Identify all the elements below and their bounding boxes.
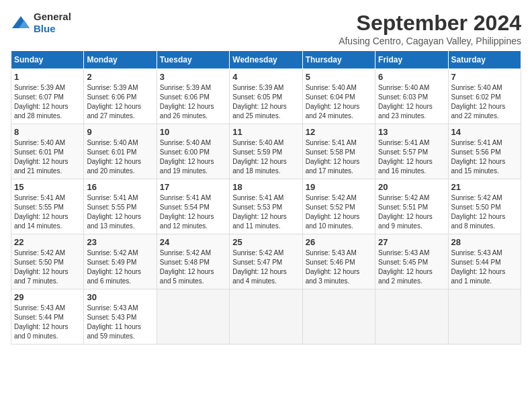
day-number: 16 (87, 182, 153, 192)
calendar-cell: 5Sunrise: 5:40 AM Sunset: 6:04 PM Daylig… (302, 69, 375, 124)
day-number: 6 (378, 72, 445, 82)
day-number: 30 (87, 292, 153, 302)
day-number: 14 (451, 127, 518, 137)
calendar-cell (448, 289, 521, 345)
day-detail: Sunrise: 5:40 AM Sunset: 5:59 PM Dayligh… (232, 138, 299, 176)
calendar-cell: 30Sunrise: 5:43 AM Sunset: 5:43 PM Dayli… (84, 289, 157, 345)
day-number: 23 (87, 237, 153, 247)
calendar-cell: 6Sunrise: 5:40 AM Sunset: 6:03 PM Daylig… (375, 69, 448, 124)
col-thursday: Thursday (302, 51, 375, 69)
day-number: 18 (232, 182, 299, 192)
day-detail: Sunrise: 5:42 AM Sunset: 5:52 PM Dayligh… (306, 193, 372, 231)
location-subtitle: Afusing Centro, Cagayan Valley, Philippi… (339, 36, 521, 46)
calendar-header: Sunday Monday Tuesday Wednesday Thursday… (11, 51, 521, 69)
calendar-cell: 25Sunrise: 5:42 AM Sunset: 5:47 PM Dayli… (230, 234, 302, 289)
calendar-cell: 14Sunrise: 5:41 AM Sunset: 5:56 PM Dayli… (448, 124, 521, 179)
calendar-cell: 12Sunrise: 5:41 AM Sunset: 5:58 PM Dayli… (302, 124, 375, 179)
calendar-cell: 19Sunrise: 5:42 AM Sunset: 5:52 PM Dayli… (302, 179, 375, 234)
day-number: 21 (451, 182, 518, 192)
day-number: 12 (306, 127, 372, 137)
day-detail: Sunrise: 5:42 AM Sunset: 5:51 PM Dayligh… (378, 193, 445, 231)
day-detail: Sunrise: 5:40 AM Sunset: 6:00 PM Dayligh… (160, 138, 226, 176)
calendar-week-4: 22Sunrise: 5:42 AM Sunset: 5:50 PM Dayli… (11, 234, 521, 289)
day-number: 4 (232, 72, 299, 82)
calendar-week-2: 8Sunrise: 5:40 AM Sunset: 6:01 PM Daylig… (11, 124, 521, 179)
calendar-cell: 7Sunrise: 5:40 AM Sunset: 6:02 PM Daylig… (448, 69, 521, 124)
day-number: 2 (87, 72, 153, 82)
day-detail: Sunrise: 5:43 AM Sunset: 5:43 PM Dayligh… (87, 304, 153, 341)
calendar-cell: 1Sunrise: 5:39 AM Sunset: 6:07 PM Daylig… (11, 69, 84, 124)
calendar-week-5: 29Sunrise: 5:43 AM Sunset: 5:44 PM Dayli… (11, 289, 521, 345)
day-detail: Sunrise: 5:41 AM Sunset: 5:58 PM Dayligh… (306, 138, 372, 176)
day-detail: Sunrise: 5:42 AM Sunset: 5:50 PM Dayligh… (451, 193, 518, 231)
calendar-cell: 29Sunrise: 5:43 AM Sunset: 5:44 PM Dayli… (11, 289, 84, 345)
header-row: Sunday Monday Tuesday Wednesday Thursday… (11, 51, 521, 69)
calendar-cell: 3Sunrise: 5:39 AM Sunset: 6:06 PM Daylig… (157, 69, 229, 124)
calendar-cell: 2Sunrise: 5:39 AM Sunset: 6:06 PM Daylig… (84, 69, 157, 124)
calendar-cell: 22Sunrise: 5:42 AM Sunset: 5:50 PM Dayli… (11, 234, 84, 289)
day-detail: Sunrise: 5:39 AM Sunset: 6:07 PM Dayligh… (14, 83, 81, 121)
calendar-cell (157, 289, 229, 345)
calendar-cell: 10Sunrise: 5:40 AM Sunset: 6:00 PM Dayli… (157, 124, 229, 179)
calendar-cell: 17Sunrise: 5:41 AM Sunset: 5:54 PM Dayli… (157, 179, 229, 234)
day-detail: Sunrise: 5:43 AM Sunset: 5:45 PM Dayligh… (378, 248, 445, 286)
month-title: September 2024 (339, 11, 521, 36)
day-detail: Sunrise: 5:43 AM Sunset: 5:44 PM Dayligh… (451, 248, 518, 286)
calendar-cell: 16Sunrise: 5:41 AM Sunset: 5:55 PM Dayli… (84, 179, 157, 234)
day-detail: Sunrise: 5:40 AM Sunset: 6:03 PM Dayligh… (378, 83, 445, 121)
day-detail: Sunrise: 5:41 AM Sunset: 5:55 PM Dayligh… (14, 193, 81, 231)
day-detail: Sunrise: 5:39 AM Sunset: 6:06 PM Dayligh… (160, 83, 226, 121)
header: General Blue September 2024 Afusing Cent… (11, 11, 521, 46)
day-detail: Sunrise: 5:42 AM Sunset: 5:47 PM Dayligh… (232, 248, 299, 286)
calendar-cell: 27Sunrise: 5:43 AM Sunset: 5:45 PM Dayli… (375, 234, 448, 289)
calendar-cell (302, 289, 375, 345)
day-detail: Sunrise: 5:40 AM Sunset: 6:02 PM Dayligh… (451, 83, 518, 121)
day-number: 1 (14, 72, 81, 82)
day-detail: Sunrise: 5:41 AM Sunset: 5:54 PM Dayligh… (160, 193, 226, 231)
day-number: 24 (160, 237, 226, 247)
calendar-cell (375, 289, 448, 345)
day-detail: Sunrise: 5:40 AM Sunset: 6:04 PM Dayligh… (306, 83, 372, 121)
calendar-cell: 26Sunrise: 5:43 AM Sunset: 5:46 PM Dayli… (302, 234, 375, 289)
calendar-cell: 21Sunrise: 5:42 AM Sunset: 5:50 PM Dayli… (448, 179, 521, 234)
day-detail: Sunrise: 5:43 AM Sunset: 5:44 PM Dayligh… (14, 304, 81, 341)
calendar-week-3: 15Sunrise: 5:41 AM Sunset: 5:55 PM Dayli… (11, 179, 521, 234)
col-tuesday: Tuesday (157, 51, 229, 69)
day-number: 19 (306, 182, 372, 192)
day-detail: Sunrise: 5:41 AM Sunset: 5:53 PM Dayligh… (232, 193, 299, 231)
calendar-cell: 20Sunrise: 5:42 AM Sunset: 5:51 PM Dayli… (375, 179, 448, 234)
day-number: 20 (378, 182, 445, 192)
col-friday: Friday (375, 51, 448, 69)
calendar-cell: 24Sunrise: 5:42 AM Sunset: 5:48 PM Dayli… (157, 234, 229, 289)
day-detail: Sunrise: 5:42 AM Sunset: 5:50 PM Dayligh… (14, 248, 81, 286)
day-number: 17 (160, 182, 226, 192)
day-number: 28 (451, 237, 518, 247)
day-number: 3 (160, 72, 226, 82)
day-number: 10 (160, 127, 226, 137)
day-number: 29 (14, 292, 81, 302)
day-number: 8 (14, 127, 81, 137)
col-monday: Monday (84, 51, 157, 69)
day-number: 26 (306, 237, 372, 247)
day-detail: Sunrise: 5:41 AM Sunset: 5:55 PM Dayligh… (87, 193, 153, 231)
day-detail: Sunrise: 5:41 AM Sunset: 5:57 PM Dayligh… (378, 138, 445, 176)
calendar-cell: 11Sunrise: 5:40 AM Sunset: 5:59 PM Dayli… (230, 124, 302, 179)
day-number: 5 (306, 72, 372, 82)
logo-icon (11, 15, 31, 31)
day-number: 9 (87, 127, 153, 137)
col-saturday: Saturday (448, 51, 521, 69)
day-detail: Sunrise: 5:42 AM Sunset: 5:49 PM Dayligh… (87, 248, 153, 286)
day-number: 11 (232, 127, 299, 137)
day-number: 22 (14, 237, 81, 247)
logo-blue: Blue (34, 23, 56, 34)
day-detail: Sunrise: 5:40 AM Sunset: 6:01 PM Dayligh… (87, 138, 153, 176)
logo: General Blue (11, 11, 71, 35)
col-wednesday: Wednesday (230, 51, 302, 69)
title-area: September 2024 Afusing Centro, Cagayan V… (339, 11, 521, 46)
day-detail: Sunrise: 5:42 AM Sunset: 5:48 PM Dayligh… (160, 248, 226, 286)
calendar-cell: 13Sunrise: 5:41 AM Sunset: 5:57 PM Dayli… (375, 124, 448, 179)
day-number: 25 (232, 237, 299, 247)
calendar-cell: 9Sunrise: 5:40 AM Sunset: 6:01 PM Daylig… (84, 124, 157, 179)
day-detail: Sunrise: 5:41 AM Sunset: 5:56 PM Dayligh… (451, 138, 518, 176)
calendar-cell: 15Sunrise: 5:41 AM Sunset: 5:55 PM Dayli… (11, 179, 84, 234)
